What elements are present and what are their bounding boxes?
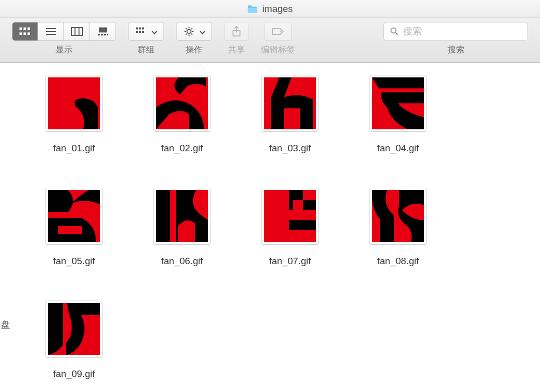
group-sort-icon bbox=[136, 27, 146, 36]
file-item[interactable]: fan_08.gif bbox=[353, 188, 443, 293]
file-thumbnail bbox=[262, 75, 318, 132]
file-item[interactable]: fan_02.gif bbox=[137, 75, 227, 180]
svg-rect-12 bbox=[99, 27, 107, 32]
svg-rect-20 bbox=[136, 31, 138, 33]
svg-rect-3 bbox=[20, 32, 22, 35]
file-name: fan_04.gif bbox=[377, 143, 418, 154]
svg-rect-0 bbox=[20, 27, 22, 30]
action-group: 操作 bbox=[176, 22, 212, 55]
file-name: fan_08.gif bbox=[377, 256, 418, 267]
file-item[interactable]: fan_07.gif bbox=[245, 188, 335, 293]
search-input[interactable] bbox=[403, 26, 522, 37]
file-name: fan_07.gif bbox=[269, 256, 310, 267]
group-by-button[interactable] bbox=[128, 22, 164, 41]
share-button[interactable] bbox=[224, 22, 249, 41]
share-label: 共享 bbox=[228, 44, 245, 55]
file-thumbnail bbox=[154, 188, 210, 245]
folder-icon bbox=[247, 4, 258, 13]
action-button[interactable] bbox=[176, 22, 212, 41]
file-grid: fan_01.gif fan_02.gif fan_03.gif fan_04.… bbox=[11, 63, 540, 392]
svg-line-36 bbox=[396, 32, 398, 35]
file-name: fan_06.gif bbox=[161, 256, 202, 267]
list-view-icon bbox=[46, 27, 56, 36]
svg-rect-5 bbox=[28, 32, 30, 35]
svg-rect-18 bbox=[139, 27, 141, 29]
svg-rect-16 bbox=[107, 34, 108, 35]
tags-label: 编辑标签 bbox=[261, 44, 295, 55]
svg-rect-14 bbox=[101, 34, 103, 35]
gallery-view-icon bbox=[97, 27, 109, 36]
file-name: fan_09.gif bbox=[53, 369, 94, 380]
file-name: fan_03.gif bbox=[269, 143, 310, 154]
svg-rect-39 bbox=[293, 210, 303, 220]
tag-icon bbox=[272, 27, 284, 36]
tags-button[interactable] bbox=[264, 22, 292, 41]
svg-point-34 bbox=[280, 31, 282, 32]
window-titlebar: images bbox=[0, 0, 540, 18]
file-item[interactable]: fan_03.gif bbox=[245, 75, 335, 180]
view-column-button[interactable] bbox=[64, 22, 90, 41]
file-item[interactable]: fan_01.gif bbox=[29, 75, 119, 180]
search-icon bbox=[390, 27, 399, 36]
group-by-group: 群组 bbox=[128, 22, 164, 55]
file-thumbnail bbox=[46, 75, 102, 132]
svg-rect-17 bbox=[136, 27, 138, 29]
svg-rect-37 bbox=[58, 226, 82, 234]
file-thumbnail bbox=[370, 75, 426, 132]
svg-line-30 bbox=[186, 33, 187, 34]
file-thumbnail bbox=[262, 188, 318, 245]
view-list-button[interactable] bbox=[38, 22, 64, 41]
svg-rect-15 bbox=[104, 34, 106, 35]
svg-point-23 bbox=[187, 29, 191, 33]
view-label: 显示 bbox=[56, 44, 72, 55]
file-item[interactable]: fan_05.gif bbox=[29, 188, 119, 293]
file-item[interactable]: fan_09.gif bbox=[29, 301, 119, 392]
toolbar: 显示 群组 操作 bbox=[0, 18, 540, 63]
file-name: fan_01.gif bbox=[53, 143, 94, 154]
svg-line-31 bbox=[191, 28, 192, 29]
svg-line-28 bbox=[186, 28, 187, 29]
svg-point-35 bbox=[391, 28, 396, 33]
file-item[interactable]: fan_04.gif bbox=[353, 75, 443, 180]
gear-icon bbox=[184, 26, 194, 37]
file-thumbnail bbox=[154, 75, 210, 132]
chevron-down-icon bbox=[200, 28, 205, 34]
share-icon bbox=[232, 26, 242, 37]
group-label: 群组 bbox=[138, 44, 154, 55]
icon-view-icon bbox=[19, 27, 31, 36]
svg-rect-38 bbox=[293, 200, 303, 210]
file-thumbnail bbox=[370, 188, 426, 245]
tags-group: 编辑标签 bbox=[261, 22, 295, 55]
file-name: fan_05.gif bbox=[53, 256, 94, 267]
search-group: 搜索 bbox=[384, 22, 528, 55]
file-name: fan_02.gif bbox=[161, 143, 202, 154]
action-label: 操作 bbox=[186, 44, 202, 55]
file-item[interactable]: fan_06.gif bbox=[137, 188, 227, 293]
view-icon-button[interactable] bbox=[12, 22, 38, 41]
svg-rect-2 bbox=[28, 27, 30, 30]
svg-line-29 bbox=[191, 33, 192, 34]
search-label: 搜索 bbox=[448, 44, 464, 55]
file-thumbnail bbox=[46, 301, 102, 358]
file-thumbnail bbox=[46, 188, 102, 245]
column-view-icon bbox=[71, 27, 83, 36]
svg-rect-21 bbox=[139, 31, 141, 33]
share-group: 共享 bbox=[224, 22, 249, 55]
svg-rect-4 bbox=[24, 32, 26, 35]
svg-rect-9 bbox=[72, 27, 82, 35]
svg-rect-19 bbox=[142, 27, 144, 29]
window-title: images bbox=[262, 3, 292, 14]
svg-rect-22 bbox=[142, 31, 144, 33]
view-gallery-button[interactable] bbox=[90, 22, 116, 41]
svg-rect-13 bbox=[98, 34, 100, 35]
chevron-down-icon bbox=[152, 28, 157, 34]
sidebar-edge: 盘 bbox=[0, 63, 11, 392]
search-box[interactable] bbox=[384, 22, 528, 41]
svg-rect-1 bbox=[24, 27, 26, 30]
view-group: 显示 bbox=[12, 22, 116, 55]
